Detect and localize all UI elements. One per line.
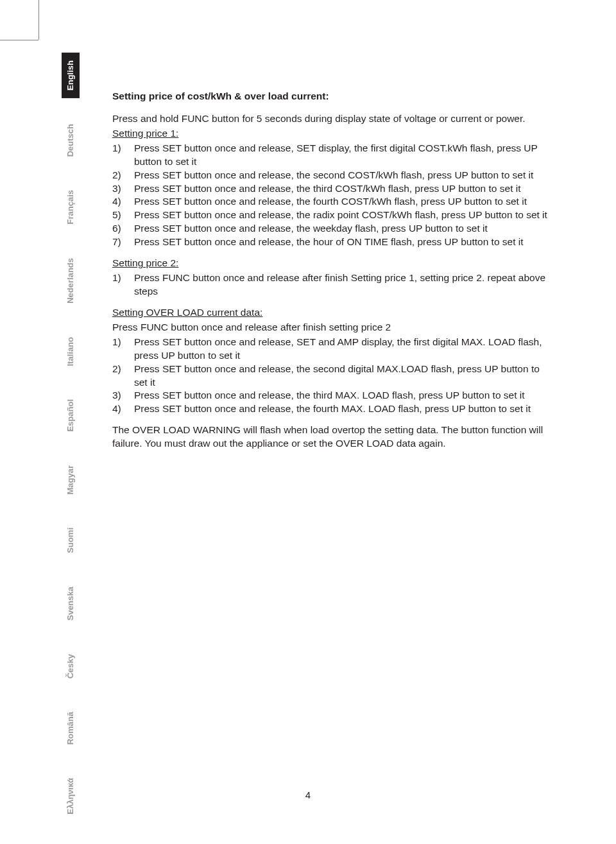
list-item: 5)Press SET button once and release, the… [112, 209, 549, 222]
list-text: Press FUNC button once and release after… [134, 271, 549, 298]
list-number: 5) [112, 209, 134, 222]
crop-mark-horizontal [0, 40, 38, 40]
list-number: 3) [112, 389, 134, 402]
overload-warning: The OVER LOAD WARNING will flash when lo… [112, 424, 549, 451]
list-number: 2) [112, 169, 134, 182]
list-number: 2) [112, 363, 134, 390]
setting-price-2-heading: Setting price 2: [112, 257, 549, 270]
list-text: Press SET button once and release, the h… [134, 236, 549, 249]
list-number: 4) [112, 402, 134, 416]
list-text: Press SET button once and release, the s… [134, 363, 549, 390]
setting-price-1-list: 1)Press SET button once and release, SET… [112, 142, 549, 249]
setting-price-2-list: 1)Press FUNC button once and release aft… [112, 271, 549, 298]
list-text: Press SET button once and release, the w… [134, 222, 549, 236]
list-number: 1) [112, 142, 134, 169]
language-tab-español[interactable]: Español [62, 392, 80, 440]
list-text: Press SET button once and release, SET a… [134, 336, 549, 363]
section-title: Setting price of cost/kWh & over load cu… [112, 90, 549, 103]
language-tab-česky[interactable]: Česky [62, 646, 80, 686]
crop-mark-vertical [38, 0, 39, 40]
list-item: 1)Press FUNC button once and release aft… [112, 271, 549, 298]
language-tab-english[interactable]: English [62, 53, 80, 98]
list-text: Press SET button once and release, the t… [134, 389, 549, 402]
overload-heading: Setting OVER LOAD current data: [112, 306, 549, 320]
list-text: Press SET button once and release, the r… [134, 209, 549, 222]
list-number: 6) [112, 222, 134, 236]
list-number: 1) [112, 336, 134, 363]
list-number: 7) [112, 236, 134, 249]
list-text: Press SET button once and release, the s… [134, 169, 549, 182]
list-text: Press SET button once and release, the t… [134, 182, 549, 196]
page-number: 4 [0, 789, 616, 800]
list-item: 3)Press SET button once and release, the… [112, 389, 549, 402]
list-item: 6)Press SET button once and release, the… [112, 222, 549, 236]
language-tab-română[interactable]: Română [62, 704, 80, 752]
list-item: 2)Press SET button once and release, the… [112, 169, 549, 182]
setting-price-1-heading: Setting price 1: [112, 127, 549, 141]
list-number: 3) [112, 182, 134, 196]
language-tab-svenska[interactable]: Svenska [62, 579, 80, 628]
list-item: 2)Press SET button once and release, the… [112, 363, 549, 390]
language-tab-magyar[interactable]: Magyar [62, 458, 80, 503]
language-tab-français[interactable]: Français [62, 182, 80, 232]
list-item: 7)Press SET button once and release, the… [112, 236, 549, 249]
language-tabs: EnglishDeutschFrançaisNederlandsItaliano… [62, 53, 81, 840]
list-item: 1)Press SET button once and release, SET… [112, 336, 549, 363]
list-item: 3)Press SET button once and release, the… [112, 182, 549, 196]
language-tab-deutsch[interactable]: Deutsch [62, 116, 80, 164]
list-number: 1) [112, 271, 134, 298]
intro-paragraph: Press and hold FUNC button for 5 seconds… [112, 112, 549, 126]
list-text: Press SET button once and release, SET d… [134, 142, 549, 169]
list-text: Press SET button once and release, the f… [134, 195, 549, 209]
overload-intro: Press FUNC button once and release after… [112, 321, 549, 334]
list-number: 4) [112, 195, 134, 209]
list-item: 4)Press SET button once and release, the… [112, 195, 549, 209]
list-text: Press SET button once and release, the f… [134, 402, 549, 416]
list-item: 1)Press SET button once and release, SET… [112, 142, 549, 169]
language-tab-nederlands[interactable]: Nederlands [62, 250, 80, 311]
overload-list: 1)Press SET button once and release, SET… [112, 336, 549, 417]
language-tab-suomi[interactable]: Suomi [62, 520, 80, 561]
language-tab-italiano[interactable]: Italiano [62, 329, 80, 374]
list-item: 4)Press SET button once and release, the… [112, 402, 549, 416]
main-content: Setting price of cost/kWh & over load cu… [112, 90, 549, 452]
